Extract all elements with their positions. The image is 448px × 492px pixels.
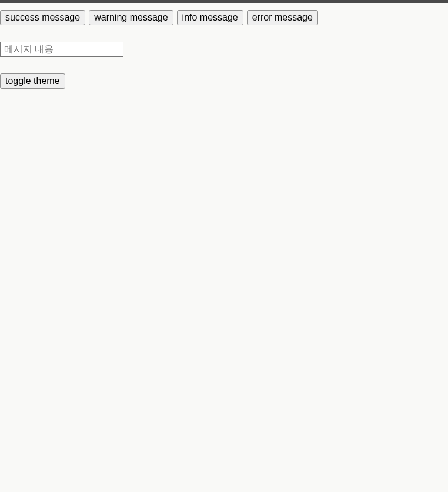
toggle-theme-row: toggle theme: [0, 73, 448, 89]
error-message-button[interactable]: error message: [247, 10, 318, 25]
toggle-theme-button[interactable]: toggle theme: [0, 73, 65, 89]
message-input[interactable]: [0, 42, 123, 57]
success-message-button[interactable]: success message: [0, 10, 85, 25]
content-area: success message warning message info mes…: [0, 3, 448, 89]
message-button-row: success message warning message info mes…: [0, 10, 448, 25]
warning-message-button[interactable]: warning message: [89, 10, 173, 25]
message-input-row: [0, 42, 448, 57]
info-message-button[interactable]: info message: [177, 10, 243, 25]
